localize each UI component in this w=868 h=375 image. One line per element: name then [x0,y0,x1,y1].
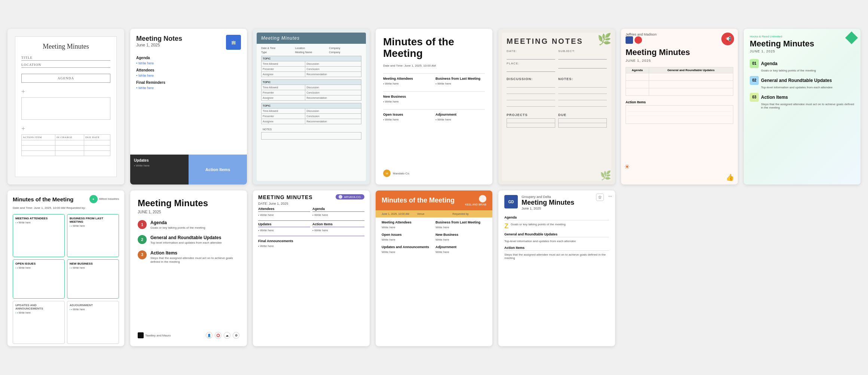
header-title: Minutes of the Meeting [382,197,455,204]
discussion-lines [507,82,555,107]
line [507,101,555,107]
card-title: Meeting Minutes [522,199,574,207]
icon-4: ⚙ [233,332,239,339]
section-updates: General and Roundtable Updates Top-level… [504,232,609,243]
company-text: Jeffries and Madison [626,33,657,36]
card-meeting-minutes-colorful[interactable]: Jeffries and Madison Meeting Minutes JUN… [621,29,738,185]
card-header: Meeting Notes June 1, 2025 🏢 [130,29,247,53]
cols: Attendees Write here Agenda Write here [253,207,370,217]
sections-grid: Meeting Attendees Write here Business fr… [382,220,486,254]
meeting-name-label: Meeting Name [295,51,328,54]
cell-adjournment: ADJOURNMENT • Write here [67,301,119,344]
plus-icon-2[interactable]: + [21,125,25,133]
due-section: DUE [558,110,607,128]
template-grid: Meeting Minutes TITLE LOCATION AGENDA + … [7,29,861,346]
divider-1 [383,73,485,74]
num-2: 02 [750,76,759,85]
action-items-panel: Action Items [189,155,247,185]
card-meeting-minutes-teal[interactable]: Meeting Minutes Date & Time Location Com… [253,29,370,185]
card-minutes-orange[interactable]: Minutes of the Meeting KEEL AND BRIAB Ju… [376,190,492,346]
subject-line [558,54,607,60]
logo-text: Milford Industries [99,198,119,201]
sun-icon: ☀ [624,163,630,171]
cell-title: OPEN ISSUES [15,262,62,265]
location-label: Location [295,47,328,49]
section-title: Updates and Announcements [382,245,433,249]
section-action: Action Items Write here [312,222,364,233]
logo-box [138,332,144,338]
num-2: 2 [138,235,147,244]
title-area: Groupery and Delta Meeting Minutes June … [522,195,574,210]
attendees-item: • Write here [136,74,241,77]
more-options-button[interactable]: ··· [608,193,612,199]
logo-circle: M [383,170,391,177]
accent-char: Z [504,223,508,229]
extra-field [558,62,607,72]
section-adjournment: Adjournment Write here [435,245,486,254]
badge: ARVAYA CO. [336,194,364,199]
section-adjournment: Adjournment Write here [435,113,485,121]
card-meeting-minutes-gradient[interactable]: Hocks & Reed Unlimited Meeting Minutes J… [744,29,861,185]
card-minutes-meeting-dark[interactable]: Minutes of the Meeting Date and Time: Ju… [376,29,492,185]
section-title: Meeting Attendees [382,220,433,224]
card-meeting-minutes-clean[interactable]: ☆ ··· GD Groupery and Delta Meeting Minu… [498,190,615,346]
logo-circle [479,195,486,202]
item-title-3: Action Items [761,95,788,100]
info-row: Date & Time Location Company Type Meetin… [261,47,361,54]
badge-text: ARVAYA CO. [344,195,361,199]
card-meeting-notes-botanical[interactable]: 🌿 MEETING NOTES DATE: SUBJECT: PLACE: [498,29,615,185]
item-3: 03 Action Items Steps that the assigned … [750,93,855,109]
card-title: Meeting Notes [136,35,182,43]
cell-item: • Write here [15,266,62,269]
card-meeting-notes-blue[interactable]: Meeting Notes June 1, 2025 🏢 Agenda • Wr… [130,29,247,185]
item-title: Action Items [150,250,239,256]
section-title: Open Issues [382,233,433,237]
section-title: General and Roundtable Updates [504,232,609,237]
card-title: Minutes of the Meeting [13,196,74,202]
agenda-row: Z Goals or key talking points of the mee… [504,223,609,229]
announce-item: • Write here [253,244,370,248]
adjournment-item: Write here [435,118,485,121]
cell-new-business: NEW BUSINESS • Write here [67,259,119,299]
card-meeting-minutes-numbered[interactable]: Meeting Minutes JUNE 1, 2025 1 Agenda Go… [130,190,247,346]
cell [626,81,649,88]
star-button[interactable]: ☆ [596,193,604,201]
col-item: Write here [312,213,364,217]
line [507,82,555,88]
cell-title: NEW BUSINESS [70,262,116,265]
sections: Updates Write here Action Items Write he… [253,222,370,233]
card-inner: Meeting Minutes TITLE LOCATION AGENDA + … [15,36,117,177]
logo-text: 🏢 [231,40,236,45]
item-content: General and Roundtable Updates Top level… [150,235,222,245]
fields-row-2: PLACE: [507,62,607,72]
footer-text: Tawilley and Mauro [145,334,171,337]
card-inner: 🌿 MEETING NOTES DATE: SUBJECT: PLACE: [502,33,611,181]
updates-text: • Write here [134,164,185,167]
card-body: Agenda Z Goals or key talking points of … [498,213,615,346]
section-open-issues: Open Issues Write here [382,233,433,242]
title-field: TITLE [21,56,110,61]
main-table: Agenda General and Roundtable Updates [626,67,733,96]
card-body: Agenda • Write here Attendees • Write he… [130,53,247,152]
card-meeting-minutes-classic[interactable]: Meeting Minutes TITLE LOCATION AGENDA + … [7,29,124,185]
section-label: Adjournment [435,113,485,116]
section-new-business: New Business Write here [435,233,486,242]
agenda-section: AGENDA [21,74,110,83]
plus-icon[interactable]: + [21,88,25,96]
header-strip: Meeting Minutes [257,33,366,44]
card-minutes-meeting-green[interactable]: Minutes of the Meeting ✦ Milford Industr… [7,190,124,346]
section-label: New Business [383,95,485,98]
col-item: Write here [258,213,310,217]
col-agenda: Agenda [626,67,649,73]
divider [258,220,364,221]
announce-title: Final Announcements [253,238,370,244]
discussion-row: DISCUSSION: NOTES: [507,74,607,108]
leaf-icon: 🌿 [597,33,611,46]
card-meeting-minutes-purple[interactable]: MEETING MINUTES ARVAYA CO. DATE: June 1,… [253,190,370,346]
logo-blue [626,36,633,44]
meta-row: June 1, 2025, 10:00 AM Venue Requested b… [376,210,492,217]
section-attendees: Meeting Attendees Write here [382,220,433,230]
card-date: June 1, 2025 [522,207,574,210]
card-header: Minutes of the Meeting ✦ Milford Industr… [7,190,124,206]
projects-label: PROJECTS [507,113,555,117]
